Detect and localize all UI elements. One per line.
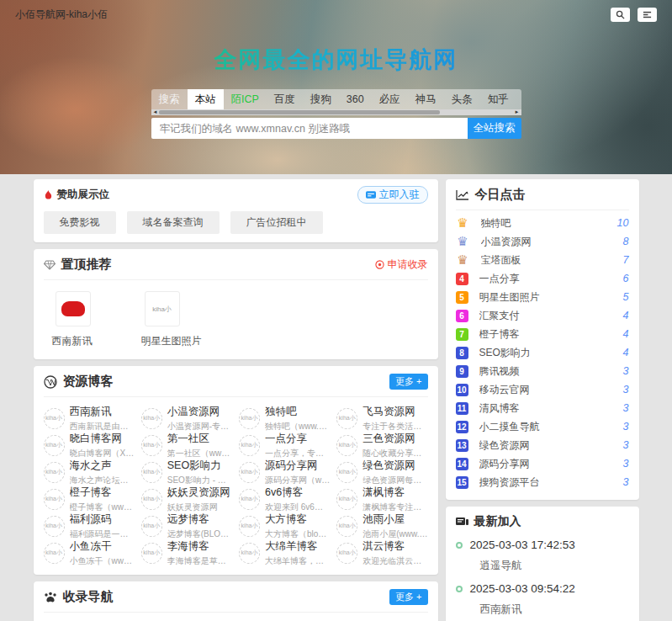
rank-badge: 12 xyxy=(456,421,468,433)
menu-icon[interactable] xyxy=(638,8,657,22)
blog-site-item[interactable]: kiha小 晓白博客网 晓白博客网（XBNB.CN）... xyxy=(44,432,135,459)
tabs-scrollbar[interactable]: ◄ ► xyxy=(151,109,521,115)
blog-site-item[interactable]: kiha小 福利源码 福利源码是一个专注于提... xyxy=(44,512,135,539)
blogs-grid: kiha小 西南新讯 西南新讯是由原西南日报... kiha小 小温资源网 小温… xyxy=(44,397,428,566)
nav-more-button[interactable]: 更多 + xyxy=(389,589,427,605)
blog-site-item[interactable]: kiha小 第一社区 第一社区（www.01sq.co... xyxy=(141,432,232,459)
latest-joined-item[interactable]: 2025-03-03 09:54:22 西南新讯 xyxy=(456,582,629,617)
site-logo-icon: kiha小 xyxy=(239,489,260,510)
blog-site-item[interactable]: kiha小 一点分享 一点分享，专注资源分享... xyxy=(239,432,330,459)
blog-site-item[interactable]: kiha小 妖妖灵资源网 妖妖灵资源网 xyxy=(141,486,232,512)
today-click-row[interactable]: ♛ 小温资源网 8 xyxy=(456,232,629,251)
today-click-row[interactable]: 10 移动云官网 3 xyxy=(456,380,629,399)
blog-site-item[interactable]: kiha小 绿色资源网 绿色资源网每天更新大量... xyxy=(336,459,427,486)
today-click-row[interactable]: 14 源码分享网 3 xyxy=(456,454,629,473)
latest-joined-item[interactable]: 2025-03-03 17:42:53 逍遥导航 xyxy=(456,539,629,573)
site-name: 潇枫博客 xyxy=(362,486,427,500)
site-name: 独特吧 xyxy=(265,405,330,419)
blog-site-item[interactable]: kiha小 独特吧 独特吧（www.dute8.cn）... xyxy=(239,405,330,432)
rank-badge: 6 xyxy=(456,310,468,322)
search-engine-tab[interactable]: 必应 xyxy=(372,89,408,109)
today-click-row[interactable]: 12 小二摸鱼导航 3 xyxy=(456,417,629,436)
scroll-right-icon[interactable]: ► xyxy=(515,109,520,115)
site-search-button[interactable]: 全站搜索 xyxy=(468,118,521,139)
sponsor-link[interactable]: 域名备案查询 xyxy=(127,211,220,234)
sponsor-link[interactable]: 免费影视 xyxy=(44,211,116,234)
hero-title: 全网最全的网址导航网 xyxy=(0,45,672,75)
blog-site-item[interactable]: kiha小 源码分享网 源码分享网（www.ymfen... xyxy=(239,459,330,486)
site-logo-icon: kiha小 xyxy=(44,489,65,510)
blog-site-item[interactable]: kiha小 李海博客 李海博客是草根站长李海... xyxy=(141,539,232,566)
site-logo-icon: kiha小 xyxy=(141,543,162,564)
blog-site-item[interactable]: kiha小 橙子博客 橙子博客（www.ther.cn）... xyxy=(44,486,135,512)
sponsor-card: 赞助展示位 立即入驻 免费影视 域名备案查询 广告位招租中 xyxy=(34,179,438,242)
search-icon[interactable] xyxy=(611,8,630,22)
blog-site-item[interactable]: kiha小 大方博客 大方博客（blog.mmp.cc... xyxy=(239,512,330,539)
news-icon xyxy=(456,517,468,527)
site-logo-icon: kiha小 xyxy=(141,489,162,510)
search-input[interactable] xyxy=(151,118,468,139)
blog-site-item[interactable]: kiha小 SEO影响力 SEO影响力 - 你身边的SE... xyxy=(141,459,232,486)
site-description: 海水之声论坛提供高品质... xyxy=(70,475,135,486)
site-name: 橙子博客 xyxy=(70,486,135,500)
site-logo-icon: kiha小 xyxy=(239,516,260,537)
today-site-name: SEO影响力 xyxy=(479,346,623,360)
blog-site-item[interactable]: kiha小 西南新讯 西南新讯是由原西南日报... xyxy=(44,405,135,432)
pinned-item[interactable]: kiha小 明星生图照片 xyxy=(141,291,202,348)
search-engine-tab[interactable]: 百度 xyxy=(267,89,303,109)
blog-site-item[interactable]: kiha小 6v6博客 欢迎来到 6v6博客网，这... xyxy=(239,486,330,512)
pinned-items: 西南新讯 kiha小 明星生图照片 xyxy=(44,280,428,351)
rank-badge: 4 xyxy=(456,273,468,285)
today-click-row[interactable]: 5 明星生图照片 5 xyxy=(456,288,629,306)
apply-inclusion-link[interactable]: 申请收录 xyxy=(375,257,428,272)
today-click-row[interactable]: 9 腾讯视频 3 xyxy=(456,362,629,380)
today-click-row[interactable]: 13 绿色资源网 3 xyxy=(456,436,629,454)
site-description: 大方博客（blog.mmp.cc... xyxy=(265,528,330,540)
join-now-button[interactable]: 立即入驻 xyxy=(357,186,428,204)
search-engine-tab[interactable]: 头条 xyxy=(444,89,480,109)
top-bar: 小佰导航网-kiha小佰 xyxy=(0,0,672,22)
pinned-item[interactable]: 西南新讯 xyxy=(52,291,93,348)
blogs-more-button[interactable]: 更多 + xyxy=(389,374,427,390)
today-click-row[interactable]: 4 一点分享 6 xyxy=(456,269,629,288)
search-engine-tab[interactable]: 陌ICP xyxy=(224,89,267,109)
search-engine-tab[interactable]: 知乎 xyxy=(480,89,516,109)
today-click-row[interactable]: 6 汇聚支付 4 xyxy=(456,306,629,325)
blog-site-item[interactable]: kiha小 潇枫博客 潇枫博客专注于网络技术... xyxy=(336,486,427,512)
search-engine-tab[interactable]: 搜狗 xyxy=(303,89,339,109)
today-click-row[interactable]: 15 搜狗资源平台 3 xyxy=(456,473,629,491)
sponsor-link[interactable]: 广告位招租中 xyxy=(230,211,323,234)
scroll-left-icon[interactable]: ◄ xyxy=(153,109,158,115)
search-engine-tab[interactable]: Github xyxy=(516,89,521,109)
site-description: 小鱼冻干（www.wniui.co... xyxy=(70,555,135,567)
today-click-row[interactable]: 7 橙子博客 4 xyxy=(456,325,629,343)
blog-site-item[interactable]: kiha小 三色资源网 随心收藏分享发布各类ph... xyxy=(336,432,427,459)
today-click-row[interactable]: 11 清风博客 3 xyxy=(456,399,629,417)
today-click-row[interactable]: 8 SEO影响力 4 xyxy=(456,343,629,362)
rank-badge: 9 xyxy=(456,365,468,378)
search-engine-tab[interactable]: 本站 xyxy=(188,89,224,109)
search-engine-tab[interactable]: 神马 xyxy=(408,89,444,109)
gem-icon xyxy=(44,260,56,270)
blog-site-item[interactable]: kiha小 小温资源网 小温资源网-专注分享网络... xyxy=(141,405,232,432)
apply-inclusion-label: 申请收录 xyxy=(388,257,428,272)
today-click-count: 8 xyxy=(623,236,629,247)
blog-site-item[interactable]: kiha小 飞马资源网 专注于各类活动、实用软... xyxy=(336,405,427,432)
site-name: 妖妖灵资源网 xyxy=(167,486,230,500)
site-logo-icon: kiha小 xyxy=(336,462,357,483)
search-engine-tab[interactable]: 360 xyxy=(339,89,372,109)
blog-site-item[interactable]: kiha小 小鱼冻干 小鱼冻干（www.wniui.co... xyxy=(44,539,135,566)
today-click-row[interactable]: ♛ 独特吧 10 xyxy=(456,214,629,232)
search-engine-tab[interactable]: 搜索 xyxy=(151,89,188,109)
scrollbar-thumb[interactable] xyxy=(159,110,440,114)
blog-site-item[interactable]: kiha小 池雨小屋 池雨小屋(www.s--s.xyz)每... xyxy=(336,512,427,539)
blog-site-item[interactable]: kiha小 远梦博客 远梦博客(BLOG.QOZ.CC)-... xyxy=(141,512,232,539)
site-description: 独特吧（www.dute8.cn）... xyxy=(265,421,330,433)
blog-site-item[interactable]: kiha小 海水之声 海水之声论坛提供高品质... xyxy=(44,459,135,486)
paw-icon xyxy=(44,592,57,603)
hero-banner: 小佰导航网-kiha小佰 全网最全的网址导航网 搜索 本站 陌ICP 百度 搜狗 xyxy=(0,0,672,174)
blog-site-item[interactable]: kiha小 淇云博客 欢迎光临淇云博客，本站... xyxy=(336,539,427,566)
blog-site-item[interactable]: kiha小 大绵羊博客 大绵羊博客，这是一个聚... xyxy=(239,539,330,566)
today-click-row[interactable]: ♛ 宝塔面板 7 xyxy=(456,251,629,269)
today-site-name: 小二摸鱼导航 xyxy=(479,420,623,434)
